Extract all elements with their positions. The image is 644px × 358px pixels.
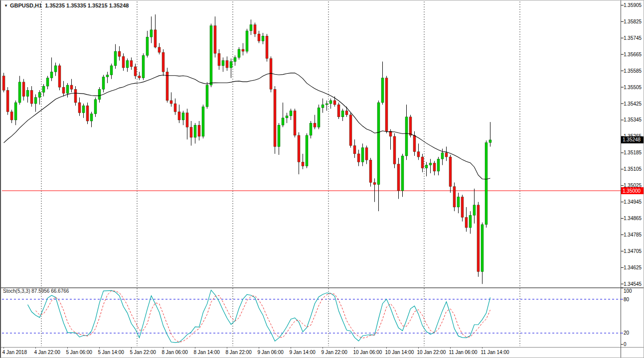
chart-symbol-label: GBPUSD,H1 (10, 2, 42, 8)
panel-divider[interactable] (1, 287, 644, 288)
svg-text:1.35585: 1.35585 (624, 68, 642, 74)
svg-text:8 Jan 06:00: 8 Jan 06:00 (162, 350, 188, 355)
svg-text:1.35905: 1.35905 (624, 2, 642, 8)
bull-candle (230, 62, 232, 68)
bull-candle (114, 51, 117, 66)
svg-text:1.35105: 1.35105 (624, 166, 642, 172)
bull-candle (469, 215, 472, 228)
bull-candle (34, 98, 37, 104)
svg-text:10 Jan 22:00: 10 Jan 22:00 (417, 350, 446, 355)
bull-candle (210, 26, 212, 85)
svg-text:5 Jan 06:00: 5 Jan 06:00 (66, 350, 93, 355)
bull-candle (126, 61, 129, 68)
bear-candle (445, 153, 448, 157)
axes[interactable]: 1.359051.358251.357451.356651.355851.355… (1, 0, 644, 358)
bull-candle (282, 118, 284, 125)
bear-candle (118, 51, 121, 56)
price-axis[interactable]: 1.359051.358251.357451.356651.355851.355… (621, 2, 644, 287)
bull-candle (26, 90, 29, 96)
bull-candle (405, 117, 408, 156)
svg-text:8 Jan 14:00: 8 Jan 14:00 (194, 350, 220, 355)
stoch-axis[interactable]: 10080200 (621, 288, 632, 347)
bear-candle (369, 160, 372, 182)
bull-candle (106, 75, 109, 77)
bear-candle (314, 123, 316, 127)
bear-candle (373, 183, 376, 185)
symbol-dropdown-icon[interactable]: ▼ (4, 3, 8, 8)
svg-text:4 Jan 2018: 4 Jan 2018 (2, 350, 27, 355)
bear-candle (385, 78, 388, 131)
bear-candle (345, 111, 348, 115)
bull-candle (310, 123, 312, 135)
stoch-main-line (28, 290, 490, 343)
bear-candle (30, 90, 33, 104)
svg-text:1.35505: 1.35505 (624, 85, 642, 90)
bull-candle (102, 77, 105, 90)
bear-candle (138, 76, 141, 78)
bear-candle (154, 30, 157, 47)
bear-candle (409, 117, 412, 135)
svg-text:10 Jan 06:00: 10 Jan 06:00 (353, 350, 382, 355)
bear-candle (162, 52, 164, 72)
svg-text:1.34945: 1.34945 (624, 199, 642, 205)
bear-candle (477, 205, 480, 272)
mt4-chart-window: 1.359051.358251.357451.356651.355851.355… (0, 0, 644, 358)
bull-candle (222, 61, 224, 66)
bull-candle (457, 197, 460, 207)
bull-candle (90, 114, 93, 121)
bear-candle (433, 163, 436, 171)
price-chart-canvas[interactable]: 1.359051.358251.357451.356651.355851.355… (1, 0, 644, 358)
bear-candle (353, 145, 356, 153)
bull-candle (14, 103, 17, 120)
main-chart-panel[interactable] (2, 1, 621, 287)
bull-candle (246, 31, 248, 51)
bear-candle (130, 61, 133, 67)
svg-text:9 Jan 22:00: 9 Jan 22:00 (322, 350, 348, 355)
bull-candle (306, 135, 308, 166)
stochastic-panel[interactable] (2, 288, 621, 346)
bear-candle (465, 218, 468, 228)
svg-text:11 Jan 14:00: 11 Jan 14:00 (481, 350, 510, 355)
bull-candle (437, 159, 440, 171)
bear-candle (254, 25, 256, 34)
bull-candle (329, 101, 332, 104)
bull-candle (425, 165, 428, 168)
bull-candle (341, 111, 344, 117)
bear-candle (258, 34, 260, 41)
bear-candle (226, 61, 228, 68)
bull-candle (401, 156, 404, 191)
bull-candle (54, 66, 57, 72)
bear-candle (6, 90, 9, 112)
svg-text:5 Jan 22:00: 5 Jan 22:00 (130, 350, 157, 355)
bull-candle (206, 85, 208, 107)
svg-text:1.34785: 1.34785 (624, 232, 642, 238)
bear-candle (242, 49, 244, 51)
bear-candle (453, 187, 456, 207)
bear-candle (158, 47, 161, 52)
bear-candle (22, 82, 25, 97)
bull-candle (489, 140, 491, 142)
bear-candle (134, 67, 137, 76)
svg-text:1.35665: 1.35665 (624, 52, 642, 57)
bear-candle (365, 148, 368, 160)
svg-text:20: 20 (624, 330, 630, 336)
bull-candle (194, 125, 196, 137)
bull-candle (318, 108, 320, 127)
bull-candle (377, 103, 380, 185)
bear-candle (294, 111, 296, 135)
bear-candle (178, 112, 180, 120)
bull-candle (82, 106, 85, 113)
bear-candle (166, 72, 168, 101)
svg-text:1.35425: 1.35425 (624, 101, 642, 107)
time-axis[interactable]: 4 Jan 20184 Jan 22:005 Jan 06:005 Jan 14… (2, 347, 510, 355)
bull-candle (481, 225, 483, 272)
bear-candle (397, 164, 400, 191)
bear-candle (349, 115, 352, 146)
bear-candle (302, 162, 304, 166)
bear-candle (417, 152, 420, 157)
axis-divider (1, 347, 644, 348)
bear-candle (78, 103, 81, 113)
svg-text:1.35185: 1.35185 (624, 150, 642, 155)
bull-candle (238, 49, 240, 57)
bull-candle (290, 111, 292, 116)
